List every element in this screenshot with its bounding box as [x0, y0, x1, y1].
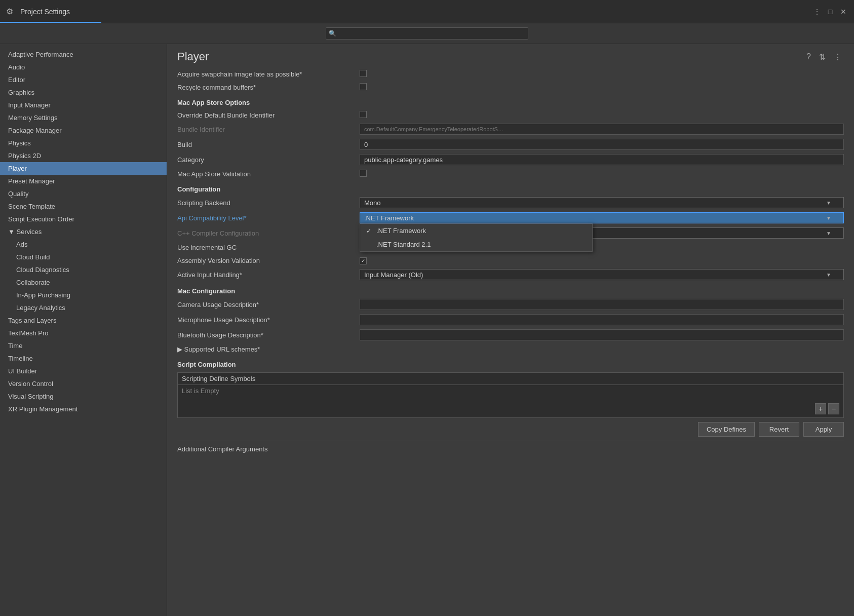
category-input[interactable] [360, 154, 844, 165]
search-input[interactable] [326, 27, 528, 40]
check-icon: ✓ [366, 227, 372, 235]
build-value [360, 139, 844, 150]
sidebar-item-quality[interactable]: Quality [0, 187, 167, 200]
sidebar-item-package-manager[interactable]: Package Manager [0, 124, 167, 137]
sidebar-item-time[interactable]: Time [0, 339, 167, 352]
sidebar-item-cloud-build[interactable]: Cloud Build [0, 251, 167, 263]
assembly-validation-label: Assembly Version Validation [177, 257, 360, 264]
sidebar-item-editor[interactable]: Editor [0, 73, 167, 86]
search-wrapper: 🔍 [326, 27, 528, 40]
sidebar-item-timeline[interactable]: Timeline [0, 352, 167, 365]
sidebar-item-audio[interactable]: Audio [0, 61, 167, 73]
camera-usage-input[interactable] [360, 299, 844, 310]
content-scroll[interactable]: Acquire swapchain image late as possible… [167, 67, 854, 616]
remove-define-btn[interactable]: − [828, 403, 839, 414]
cpp-compiler-arrow: ▼ [826, 230, 831, 236]
mac-validation-checkbox[interactable] [360, 170, 367, 177]
scripting-backend-arrow: ▼ [826, 200, 831, 206]
setting-row-additional-compiler: Additional Compiler Arguments [177, 441, 844, 455]
bundle-id-input[interactable] [360, 124, 844, 135]
sidebar-item-in-app-purchasing[interactable]: In-App Purchasing [0, 289, 167, 301]
sort-icon-btn[interactable]: ⇅ [817, 51, 828, 63]
sidebar-item-scene-template[interactable]: Scene Template [0, 200, 167, 213]
sidebar-item-physics-2d[interactable]: Physics 2D [0, 149, 167, 162]
setting-row-microphone-usage: Microphone Usage Description* [177, 312, 844, 327]
sidebar-item-collaborate[interactable]: Collaborate [0, 276, 167, 289]
setting-row-override-bundle: Override Default Bundle Identifier [177, 108, 844, 122]
dropdown-option-net-standard[interactable]: .NET Standard 2.1 [360, 238, 592, 251]
dropdown-option-net-standard-label: .NET Standard 2.1 [376, 241, 431, 248]
sidebar-item-script-execution-order[interactable]: Script Execution Order [0, 213, 167, 225]
sidebar-item-memory-settings[interactable]: Memory Settings [0, 111, 167, 124]
setting-row-swapchain: Acquire swapchain image late as possible… [177, 67, 844, 81]
sidebar-item-preset-manager[interactable]: Preset Manager [0, 175, 167, 187]
recycle-checkbox[interactable] [360, 83, 367, 90]
title-bar-maximize-btn[interactable]: □ [826, 7, 835, 16]
setting-row-recycle: Recycle command buffers* [177, 81, 844, 94]
assembly-validation-checkbox-wrapper [360, 256, 844, 264]
sidebar-item-player[interactable]: Player [0, 162, 167, 175]
setting-row-api-compat: Api Compatibility Level* .NET Framework … [177, 210, 844, 225]
section-script-compilation: Script Compilation [177, 356, 844, 370]
more-icon-btn[interactable]: ⋮ [832, 51, 844, 63]
sidebar-item-ui-builder[interactable]: UI Builder [0, 365, 167, 377]
title-bar-controls: ⋮ □ ✕ [812, 7, 848, 16]
script-compilation-controls: + − [178, 400, 843, 417]
content-header-icons: ? ⇅ ⋮ [804, 51, 844, 63]
dropdown-option-net-framework[interactable]: ✓ .NET Framework [360, 224, 592, 238]
recycle-label: Recycle command buffers* [177, 84, 360, 91]
api-compat-label: Api Compatibility Level* [177, 214, 360, 222]
additional-compiler-label: Additional Compiler Arguments [177, 445, 360, 453]
bundle-id-label: Bundle Identifier [177, 126, 360, 133]
api-compat-value: .NET Framework ▼ ✓ .NET Framework .NET S… [360, 212, 844, 223]
build-input[interactable] [360, 139, 844, 150]
sidebar-item-visual-scripting[interactable]: Visual Scripting [0, 390, 167, 403]
active-input-label: Active Input Handling* [177, 271, 360, 279]
mac-validation-label: Mac App Store Validation [177, 170, 360, 178]
title-bar-close-btn[interactable]: ✕ [839, 7, 848, 16]
sidebar-item-physics[interactable]: Physics [0, 137, 167, 149]
help-icon-btn[interactable]: ? [804, 51, 813, 62]
settings-icon: ⚙ [6, 7, 16, 17]
sidebar-item-cloud-diagnostics[interactable]: Cloud Diagnostics [0, 263, 167, 276]
content-area: Player ? ⇅ ⋮ Acquire swapchain image lat… [167, 44, 854, 616]
active-input-text: Input Manager (Old) [364, 271, 423, 279]
build-label: Build [177, 141, 360, 148]
sidebar-item-services[interactable]: ▼ Services [0, 225, 167, 238]
revert-btn[interactable]: Revert [759, 422, 799, 437]
script-define-symbols-header: Scripting Define Symbols [178, 373, 843, 385]
bluetooth-usage-input[interactable] [360, 329, 844, 340]
title-bar-menu-btn[interactable]: ⋮ [812, 7, 822, 16]
setting-row-bundle-id: Bundle Identifier [177, 122, 844, 137]
title-bar-underline [0, 22, 101, 23]
swapchain-checkbox[interactable] [360, 70, 367, 77]
bluetooth-usage-label: Bluetooth Usage Description* [177, 331, 360, 339]
sidebar-item-version-control[interactable]: Version Control [0, 377, 167, 390]
sidebar-item-textmesh-pro[interactable]: TextMesh Pro [0, 327, 167, 339]
add-define-btn[interactable]: + [815, 403, 826, 414]
setting-row-camera-usage: Camera Usage Description* [177, 297, 844, 312]
sidebar-item-tags-and-layers[interactable]: Tags and Layers [0, 314, 167, 327]
sidebar-item-legacy-analytics[interactable]: Legacy Analytics [0, 301, 167, 314]
sidebar-item-ads[interactable]: Ads [0, 238, 167, 251]
cpp-compiler-label: C++ Compiler Configuration [177, 229, 360, 237]
sidebar-item-input-manager[interactable]: Input Manager [0, 99, 167, 111]
camera-usage-value [360, 299, 844, 310]
copy-defines-btn[interactable]: Copy Defines [698, 422, 755, 437]
category-value [360, 154, 844, 165]
assembly-validation-checkbox[interactable] [360, 257, 367, 264]
apply-btn[interactable]: Apply [803, 422, 844, 437]
api-compat-dropdown[interactable]: .NET Framework ▼ [360, 212, 844, 223]
override-bundle-checkbox[interactable] [360, 111, 367, 118]
swapchain-label: Acquire swapchain image late as possible… [177, 70, 360, 78]
action-buttons: Copy Defines Revert Apply [177, 418, 844, 441]
sidebar-item-graphics[interactable]: Graphics [0, 86, 167, 99]
override-bundle-checkbox-wrapper [360, 111, 844, 120]
api-compat-text: .NET Framework [364, 214, 414, 222]
sidebar-item-adaptive-performance[interactable]: Adaptive Performance [0, 48, 167, 61]
section-mac-app-store: Mac App Store Options [177, 94, 844, 108]
sidebar-item-xr-plugin-management[interactable]: XR Plugin Management [0, 403, 167, 415]
microphone-usage-input[interactable] [360, 314, 844, 325]
active-input-dropdown[interactable]: Input Manager (Old) ▼ [360, 269, 844, 280]
scripting-backend-dropdown[interactable]: Mono ▼ [360, 197, 844, 208]
